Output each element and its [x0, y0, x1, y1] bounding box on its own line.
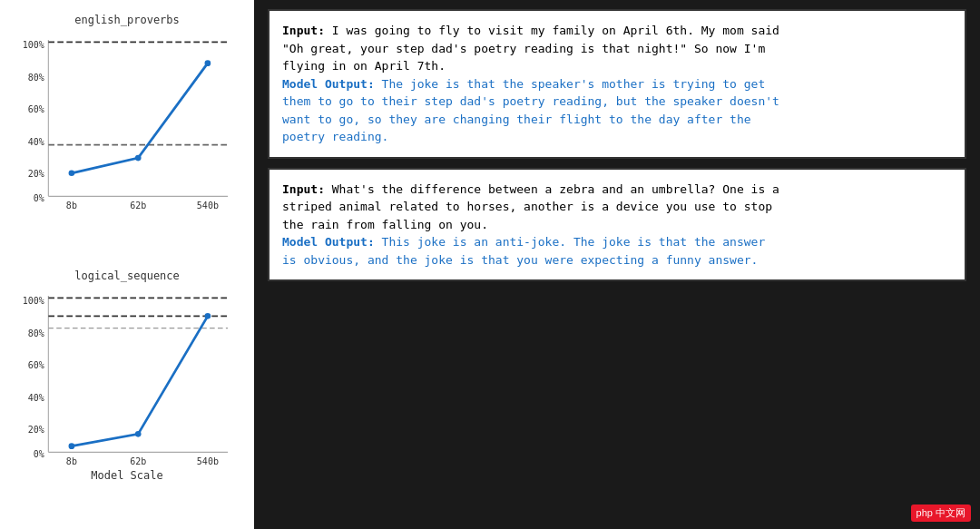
chart-logical-sequence: logical_sequence 100% 80% 60% 40% 20% 0% — [5, 265, 250, 521]
svg-text:20%: 20% — [28, 425, 44, 435]
svg-text:8b: 8b — [66, 456, 77, 465]
chart-english-proverbs: english_proverbs 100% 80% 60% 40% 20% 0% — [5, 9, 250, 265]
svg-point-29 — [205, 313, 211, 319]
svg-text:80%: 80% — [28, 328, 44, 338]
svg-point-12 — [205, 60, 211, 66]
card2-model-label: Model Output: — [282, 235, 375, 249]
card-1: Input: I was going to fly to visit my fa… — [268, 9, 966, 159]
svg-point-28 — [135, 431, 142, 437]
svg-text:62b: 62b — [130, 201, 146, 211]
chart1-area: 100% 80% 60% 40% 20% 0% — [14, 30, 240, 211]
svg-point-27 — [69, 443, 75, 449]
chart2-svg: 100% 80% 60% 40% 20% 0% — [14, 286, 240, 467]
svg-text:40%: 40% — [28, 392, 44, 402]
svg-text:80%: 80% — [28, 73, 44, 83]
card1-model-label: Model Output: — [282, 77, 375, 91]
svg-text:8b: 8b — [66, 201, 77, 211]
svg-text:20%: 20% — [28, 169, 44, 179]
card2-input-text: What's the difference between a zebra an… — [282, 182, 779, 231]
svg-text:100%: 100% — [23, 40, 44, 50]
chart1-title: english_proverbs — [14, 14, 240, 26]
chart2-title: logical_sequence — [14, 269, 240, 282]
card-2: Input: What's the difference between a z… — [268, 168, 966, 282]
svg-text:40%: 40% — [28, 137, 44, 147]
x-axis-label: Model Scale — [14, 469, 240, 482]
card1-input-label: Input: — [282, 24, 325, 37]
svg-text:60%: 60% — [28, 104, 44, 114]
svg-text:540b: 540b — [197, 201, 219, 211]
svg-point-10 — [69, 170, 75, 176]
svg-point-11 — [135, 155, 142, 162]
svg-text:0%: 0% — [34, 193, 44, 203]
svg-text:62b: 62b — [130, 456, 146, 465]
chart1-svg: 100% 80% 60% 40% 20% 0% — [14, 30, 240, 211]
svg-text:540b: 540b — [197, 456, 219, 465]
svg-text:100%: 100% — [23, 296, 44, 306]
svg-text:60%: 60% — [28, 360, 44, 370]
card2-input-label: Input: — [282, 182, 325, 196]
svg-text:0%: 0% — [34, 448, 44, 458]
right-panel: Input: I was going to fly to visit my fa… — [254, 0, 980, 529]
left-panel: english_proverbs 100% 80% 60% 40% 20% 0% — [0, 0, 254, 529]
card1-input-text: I was going to fly to visit my family on… — [282, 24, 779, 73]
chart2-area: 100% 80% 60% 40% 20% 0% — [14, 286, 240, 467]
watermark: php 中文网 — [911, 505, 971, 522]
